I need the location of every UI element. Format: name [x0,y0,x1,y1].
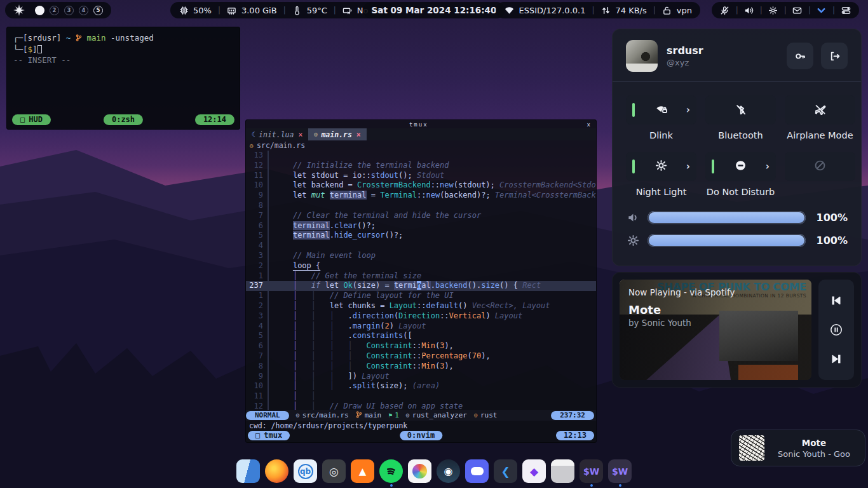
prompt-user: srdusr [28,33,57,43]
code-text: │ │ [275,391,316,402]
volume-slider-row: 100% [626,211,848,224]
unused-toggle-button[interactable] [785,152,855,181]
lua-file-icon: ☾ [252,131,255,138]
microphone-muted-icon[interactable] [720,5,730,15]
dock-wallet-b-icon[interactable]: $W [608,459,632,483]
dock-item-wallet-a: $W [580,459,603,486]
line-number: 9 [246,191,269,201]
dlink-toggle-button[interactable]: › [626,95,696,125]
code-line: 6 │ │ │ │ Constraint::Min(3), [246,341,596,351]
tab-close-icon[interactable]: × [355,130,361,139]
toggle-cell-do-not-disturb: ›Do Not Disturb [705,152,776,198]
line-number: 10 [246,381,269,391]
dock-vscode-icon[interactable]: ❮ [494,459,517,483]
toggles-icon[interactable] [841,5,851,15]
logout-button[interactable] [821,43,848,69]
tmux-session-pill[interactable]: □tmux [248,431,290,440]
code-text: │ │ │ .direction(Direction::Vertical) La… [275,311,522,322]
editor-window[interactable]: tmux x ☾init.lua×⚙main.rs× ⚙ src/main.rs… [245,119,597,443]
line-number: 2 [246,301,269,311]
dock-discord-icon[interactable] [465,459,489,483]
window-glyph-icon: □ [255,431,260,440]
line-number: 4 [246,241,269,251]
dock-item-photos [408,459,431,486]
logo-star-icon[interactable] [13,4,25,16]
night-light-toggle-button[interactable]: › [626,152,696,181]
statusline-diagnostics: ⚑1 [388,411,399,419]
dock-file-manager-icon[interactable] [236,459,260,483]
volume-icon[interactable] [744,5,754,15]
code-area[interactable]: 1312 // Initialize the terminal backend1… [246,151,596,410]
dock-item-qbittorrent: qb [294,459,317,486]
dock-steam-icon[interactable]: ◉ [437,459,460,483]
code-line: 7 // Clear the terminal and hide the cur… [246,211,596,221]
workspace-1[interactable] [35,6,44,15]
dock-trash-icon[interactable] [551,459,574,483]
workspace-5[interactable]: 5 [93,6,103,15]
dock-obsidian-icon[interactable]: ◆ [522,459,546,483]
dock-photos-icon[interactable] [408,459,431,483]
code-line: 13 [246,151,596,161]
previous-track-button[interactable] [828,292,844,309]
memory-icon [227,5,237,15]
mail-icon[interactable] [792,5,803,15]
workspace-2[interactable]: 2 [50,6,59,15]
toggle-grid: ›DlinkBluetoothAirplane Mode›Night Light… [626,95,848,198]
dock-qbittorrent-icon[interactable]: qb [294,459,317,483]
track-title: Mote [628,303,805,316]
window-close-button[interactable]: x [587,121,592,128]
vpn-lock-icon [662,5,672,15]
chevron-right-icon[interactable]: › [686,104,690,116]
dock-item-vlc: ▲ [351,459,374,486]
git-branch-icon [76,33,82,44]
notification-popup[interactable]: Mote Sonic Youth - Goo [731,430,865,466]
code-text: │ │ │ .constraints([ [275,331,412,341]
toggle-label: Do Not Disturb [707,187,775,198]
dock-spotify-icon[interactable] [379,459,403,483]
chevron-right-icon[interactable]: › [686,161,690,172]
blocked-icon [814,159,826,174]
code-line: 237 │ if let Ok(size) = terminal.backend… [246,281,596,291]
dock-firefox-icon[interactable] [265,459,288,483]
code-line: 5 terminal.hide_cursor()?; [246,231,596,241]
chevron-right-icon[interactable]: › [766,161,770,172]
toggle-cell-bluetooth: Bluetooth [705,95,776,142]
dock-wallet-a-icon[interactable]: $W [580,459,603,483]
line-number: 11 [246,171,269,181]
chevron-down-icon[interactable] [817,5,827,15]
tab-init.lua[interactable]: ☾init.lua× [246,128,308,140]
dock-obs-icon[interactable]: ◎ [322,459,346,483]
tmux-window-pill[interactable]: 0:nvim [400,431,442,440]
tmux-window-pill[interactable]: 0:zsh [104,114,143,125]
statusline-lsp: ⚙rust_analyzer [406,411,467,419]
code-text: let backend = CrosstermBackend::new(stdo… [275,180,596,191]
dock-vlc-icon[interactable]: ▲ [351,459,374,483]
code-text: loop { [275,261,320,271]
line-number: 12 [246,402,269,410]
workspace-4[interactable]: 4 [79,6,88,15]
settings-gear-icon[interactable] [768,5,778,15]
code-line: 4 [246,241,596,251]
lock-keys-button[interactable] [787,43,813,69]
clock-pill[interactable]: Sat 09 Mar 2024 12:16:40 [363,2,505,18]
code-line: 8 [246,201,596,211]
tab-main.rs[interactable]: ⚙main.rs× [308,128,366,140]
brightness-slider[interactable] [648,234,806,247]
line-number: 6 [246,341,269,351]
do-not-disturb-toggle-button[interactable]: › [705,152,776,181]
pause-button[interactable] [828,322,844,338]
album-art[interactable]: SHAPE OF PUNK TO COME A CHIMERICAL BOMBI… [620,280,811,380]
running-indicator [619,484,621,487]
next-track-button[interactable] [828,351,844,367]
prompt-path: ~ [66,33,71,43]
command-line: cwd: /home/srdusr/projects/typerpunk [246,421,596,430]
volume-slider[interactable] [648,211,806,224]
tab-close-icon[interactable]: × [297,130,302,139]
wifi-icon [504,5,514,15]
terminal-window[interactable]: ┌─[srdusr] ~ main -unstaged └─[$] -- INS… [6,27,240,130]
tmux-session-pill[interactable]: □HUD [12,114,51,125]
airplane-mode-toggle-button[interactable] [785,95,855,125]
bluetooth-toggle-button[interactable] [705,95,776,125]
workspace-3[interactable]: 3 [64,6,74,15]
terminal-cursor [37,45,42,53]
